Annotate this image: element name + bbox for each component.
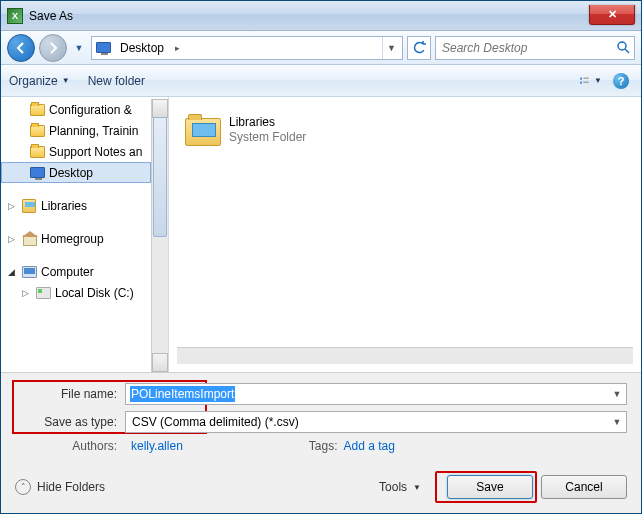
folder-icon [29, 102, 45, 118]
breadcrumb-segment-desktop[interactable]: Desktop [114, 37, 170, 59]
tree-item-label: Computer [41, 265, 94, 279]
tree-item-label: Homegroup [41, 232, 104, 246]
help-icon: ? [613, 73, 629, 89]
save-form: File name: POLineItemsImport ▼ Save as t… [1, 372, 641, 463]
chevron-down-icon: ▼ [413, 483, 421, 492]
main-area: Configuration & Planning, Trainin Suppor… [1, 97, 641, 372]
close-button[interactable]: ✕ [589, 5, 635, 25]
help-button[interactable]: ? [609, 70, 633, 92]
titlebar: X Save As ✕ [1, 1, 641, 31]
disk-icon [35, 285, 51, 301]
new-folder-button[interactable]: New folder [88, 74, 145, 88]
tree-item-label: Support Notes an [49, 145, 142, 159]
list-item-libraries[interactable]: Libraries System Folder [185, 109, 625, 151]
close-icon: ✕ [608, 8, 617, 21]
filename-value[interactable]: POLineItemsImport [130, 386, 235, 402]
tree-item-desktop[interactable]: Desktop [1, 162, 151, 183]
folder-icon [29, 123, 45, 139]
search-input[interactable] [440, 40, 613, 56]
action-bar: ˄ Hide Folders Tools ▼ Save Cancel [1, 463, 641, 513]
tags-value[interactable]: Add a tag [344, 439, 395, 453]
item-subtitle: System Folder [229, 130, 306, 145]
computer-icon [21, 264, 37, 280]
authors-label: Authors: [15, 439, 125, 453]
filename-field[interactable]: POLineItemsImport ▼ [125, 383, 627, 405]
back-button[interactable] [7, 34, 35, 62]
content-pane[interactable]: Libraries System Folder [169, 97, 641, 372]
save-button[interactable]: Save [447, 475, 533, 499]
view-options-button[interactable]: ▼ [579, 70, 603, 92]
chevron-right-icon[interactable]: ▸ [172, 43, 183, 53]
tree-item-label: Planning, Trainin [49, 124, 138, 138]
nav-bar: ▼ Desktop ▸ ▼ [1, 31, 641, 65]
libraries-icon [21, 198, 37, 214]
tools-label: Tools [379, 480, 407, 494]
item-title: Libraries [229, 115, 306, 130]
libraries-icon [185, 114, 221, 146]
tree-item-label: Configuration & [49, 103, 132, 117]
nav-history-dropdown[interactable]: ▼ [71, 34, 87, 62]
breadcrumb-bar[interactable]: Desktop ▸ ▼ [91, 36, 403, 60]
expand-icon[interactable]: ▷ [19, 288, 31, 298]
arrow-right-icon [47, 42, 59, 54]
svg-rect-3 [580, 81, 582, 83]
hide-folders-label: Hide Folders [37, 480, 105, 494]
tools-menu[interactable]: Tools ▼ [379, 480, 421, 494]
tree-scrollbar[interactable] [151, 99, 168, 372]
homegroup-icon [21, 231, 37, 247]
chevron-down-icon: ▼ [594, 76, 602, 85]
content-h-scrollbar[interactable] [177, 347, 633, 364]
breadcrumb-dropdown[interactable]: ▼ [382, 37, 400, 59]
excel-app-icon: X [7, 8, 23, 24]
tags-label: Tags: [309, 439, 338, 453]
tree-item-label: Local Disk (C:) [55, 286, 134, 300]
desktop-icon [29, 165, 45, 181]
chevron-down-icon[interactable]: ▼ [608, 384, 626, 404]
view-icon [580, 74, 592, 88]
svg-rect-4 [583, 81, 588, 82]
tree-item[interactable]: Configuration & [1, 99, 151, 120]
cancel-button[interactable]: Cancel [541, 475, 627, 499]
search-box[interactable] [435, 36, 635, 60]
svg-rect-2 [583, 77, 588, 78]
collapse-icon[interactable]: ◢ [5, 267, 17, 277]
chevron-down-icon[interactable]: ▼ [608, 412, 626, 432]
toolbar: Organize ▼ New folder ▼ ? [1, 65, 641, 97]
save-as-dialog: X Save As ✕ ▼ Desktop ▸ ▼ [0, 0, 642, 514]
svg-point-0 [618, 42, 626, 50]
refresh-button[interactable] [407, 36, 431, 60]
filetype-field[interactable]: CSV (Comma delimited) (*.csv) ▼ [125, 411, 627, 433]
window-title: Save As [29, 9, 73, 23]
organize-menu[interactable]: Organize ▼ [9, 74, 70, 88]
nav-tree: Configuration & Planning, Trainin Suppor… [1, 97, 169, 372]
tree-item-localdisk[interactable]: ▷ Local Disk (C:) [1, 282, 151, 303]
search-icon [617, 41, 630, 54]
collapse-icon: ˄ [15, 479, 31, 495]
svg-rect-1 [580, 77, 582, 79]
filename-label: File name: [15, 387, 125, 401]
tree-item-libraries[interactable]: ▷ Libraries [1, 195, 151, 216]
organize-label: Organize [9, 74, 58, 88]
folder-icon [29, 144, 45, 160]
tree-item[interactable]: Support Notes an [1, 141, 151, 162]
hide-folders-button[interactable]: ˄ Hide Folders [15, 479, 105, 495]
chevron-down-icon: ▼ [62, 76, 70, 85]
filetype-label: Save as type: [15, 415, 125, 429]
expand-icon[interactable]: ▷ [5, 201, 17, 211]
tree-item-label: Desktop [49, 166, 93, 180]
tree-item-label: Libraries [41, 199, 87, 213]
tree-item-homegroup[interactable]: ▷ Homegroup [1, 228, 151, 249]
filetype-value: CSV (Comma delimited) (*.csv) [130, 414, 608, 430]
tree-item[interactable]: Planning, Trainin [1, 120, 151, 141]
tree-item-computer[interactable]: ◢ Computer [1, 261, 151, 282]
refresh-icon [412, 41, 426, 55]
desktop-icon [94, 39, 112, 57]
expand-icon[interactable]: ▷ [5, 234, 17, 244]
arrow-left-icon [15, 42, 27, 54]
forward-button[interactable] [39, 34, 67, 62]
authors-value[interactable]: kelly.allen [131, 439, 183, 453]
